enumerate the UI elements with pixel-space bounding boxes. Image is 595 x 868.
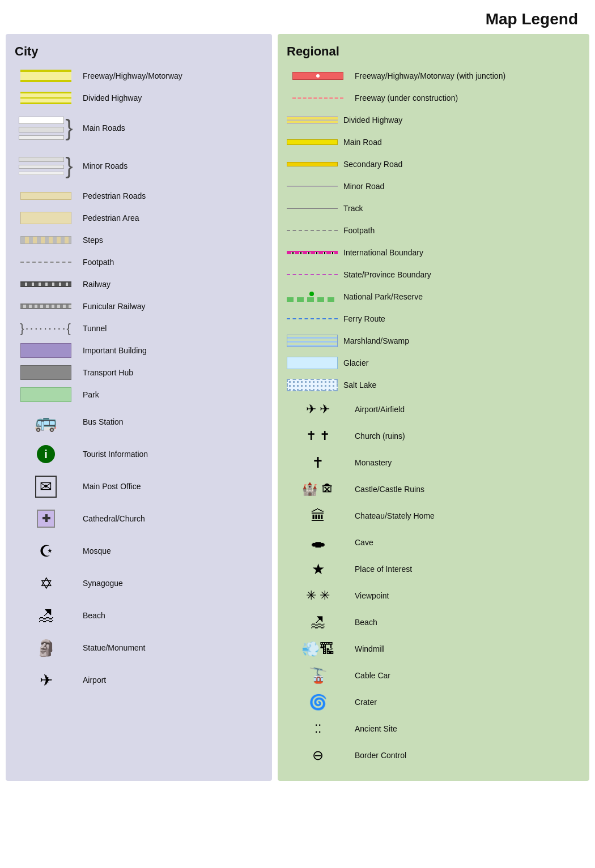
mail-icon: ✉ [35, 476, 57, 498]
list-item: ✚ Cathedral/Church [15, 504, 263, 533]
list-item: National Park/Reserve [287, 288, 580, 306]
list-item: Freeway/Highway/Motorway (with junction) [287, 67, 580, 85]
list-item: Important Building [15, 341, 263, 360]
list-item: Footpath [287, 221, 580, 240]
list-item: 🏖 Beach [287, 611, 580, 634]
list-item: Pedestrian Roads [15, 187, 263, 205]
list-item: i Tourist Information [15, 440, 263, 468]
list-item: Secondary Road [287, 155, 580, 173]
poi-icon: ★ [312, 561, 325, 578]
list-item: State/Province Boundary [287, 266, 580, 284]
info-icon: i [37, 445, 55, 463]
city-column: City Freeway/Highway/Motorway Divided Hi… [6, 34, 272, 781]
list-item: 💨🏗 Windmill [287, 638, 580, 660]
monastery-icon: ✝ [312, 454, 324, 472]
list-item: Track [287, 199, 580, 217]
castle-icon: 🏰 🏚 [302, 482, 333, 497]
list-item: ✳ ✳ Viewpoint [287, 584, 580, 607]
list-item: Transport Hub [15, 364, 263, 382]
list-item: 🏖 Beach [15, 601, 263, 630]
list-item: 🌀 Crater [287, 691, 580, 713]
list-item: ✝ Monastery [287, 451, 580, 474]
border-icon: ⊖ [312, 747, 324, 763]
list-item: Footpath [15, 253, 263, 271]
list-item: ⁚⁚ Ancient Site [287, 717, 580, 740]
regional-title: Regional [287, 44, 580, 59]
bus-icon: 🚌 [35, 411, 57, 433]
list-item: Funicular Railway [15, 297, 263, 315]
list-item: ✈ Airport [15, 666, 263, 694]
list-item: Marshland/Swamp [287, 332, 580, 350]
chateau-icon: 🏛 [311, 507, 325, 525]
cathedral-icon: ✚ [37, 510, 55, 528]
ancient-icon: ⁚⁚ [314, 722, 321, 736]
list-item: ✈ ✈ Airport/Airfield [287, 398, 580, 421]
airport-icon: ✈ [40, 671, 53, 690]
synagogue-icon: ✡ [40, 574, 53, 593]
airport-reg-icon: ✈ ✈ [306, 402, 330, 417]
list-item: }·········{ Tunnel [15, 319, 263, 337]
page-title: Map Legend [0, 0, 595, 34]
list-item: ✉ Main Post Office [15, 472, 263, 501]
list-item: Divided Highway [15, 89, 263, 107]
list-item: Minor Road [287, 177, 580, 195]
list-item: ⊖ Border Control [287, 744, 580, 767]
list-item: } Minor Roads [15, 149, 263, 183]
crater-icon: 🌀 [309, 694, 327, 711]
list-item: Salt Lake [287, 376, 580, 394]
list-item: Ferry Route [287, 310, 580, 328]
list-item: Glacier [287, 354, 580, 372]
cave-icon: 🕳 [311, 534, 325, 551]
list-item: ✝ ✝ Church (ruins) [287, 425, 580, 447]
list-item: 🚌 Bus Station [15, 408, 263, 436]
list-item: Steps [15, 231, 263, 249]
beach-reg-icon: 🏖 [311, 614, 325, 631]
list-item: Divided Highway [287, 111, 580, 129]
list-item: Park [15, 386, 263, 404]
list-item: } Main Roads [15, 111, 263, 145]
list-item: 🚡 Cable Car [287, 664, 580, 687]
windmill-icon: 💨🏗 [301, 640, 334, 658]
beach-icon: 🏖 [38, 606, 54, 625]
list-item: 🗿 Statue/Monument [15, 634, 263, 662]
list-item: ✡ Synagogue [15, 569, 263, 597]
viewpoint-icon: ✳ ✳ [306, 588, 330, 603]
cablecar-icon: 🚡 [309, 667, 327, 685]
church-reg-icon: ✝ ✝ [306, 429, 330, 443]
list-item: International Boundary [287, 243, 580, 262]
regional-column: Regional Freeway/Highway/Motorway (with … [278, 34, 589, 781]
city-title: City [15, 44, 263, 59]
list-item: Freeway/Highway/Motorway [15, 67, 263, 85]
list-item: ☪ Mosque [15, 537, 263, 565]
list-item: ★ Place of Interest [287, 558, 580, 580]
statue-icon: 🗿 [36, 639, 56, 657]
mosque-icon: ☪ [39, 542, 53, 561]
list-item: Freeway (under construction) [287, 89, 580, 107]
list-item: Pedestrian Area [15, 209, 263, 227]
list-item: 🏰 🏚 Castle/Castle Ruins [287, 478, 580, 501]
list-item: Railway [15, 275, 263, 293]
list-item: 🕳 Cave [287, 531, 580, 554]
list-item: Main Road [287, 133, 580, 151]
list-item: 🏛 Chateau/Stately Home [287, 504, 580, 527]
